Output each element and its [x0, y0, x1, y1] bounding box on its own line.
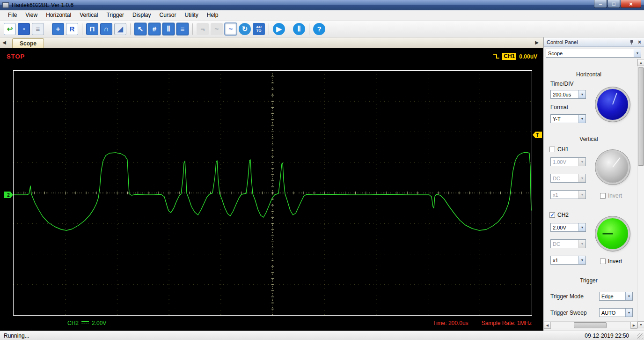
stop-indicator[interactable]: STOP: [7, 53, 25, 60]
menu-item-file[interactable]: File: [4, 10, 21, 20]
trigger-sweep-select[interactable]: AUTO ▼: [599, 308, 633, 317]
status-text: Running...: [4, 333, 585, 339]
ch1-coupling-select: DC ▼: [550, 174, 586, 183]
minimize-button[interactable]: –: [594, 0, 607, 8]
ch1-volts-select: 1.00V ▼: [550, 157, 586, 166]
measure-icon[interactable]: Ⅱ: [162, 23, 175, 35]
chevron-down-icon: ▼: [634, 49, 641, 57]
run-icon[interactable]: ▶: [273, 23, 285, 35]
toolbar: ↩▫≡+RΠ∩◢↖#Ⅱ≡¬~~↻AU TO▶Ⅱ?: [0, 21, 644, 37]
time-div-select[interactable]: 200.0us ▼: [550, 90, 586, 99]
trigger-mode-label: Trigger Mode: [550, 293, 584, 300]
print-icon[interactable]: ≡: [32, 23, 44, 35]
toolbar-separator: [192, 23, 193, 35]
status-datetime: 09-12-2019 22:50: [585, 333, 629, 339]
save-icon[interactable]: ▫: [18, 23, 30, 35]
auto-icon[interactable]: AU TO: [253, 23, 265, 35]
menu-item-horizontal[interactable]: Horizontal: [42, 10, 75, 20]
menu-item-cursor[interactable]: Cursor: [155, 10, 180, 20]
chevron-down-icon: ▼: [578, 256, 585, 264]
trigger-level-marker[interactable]: T: [533, 132, 542, 138]
knob-indicator: [603, 233, 613, 235]
ch2-coupling-select: DC ▼: [550, 239, 586, 248]
resize-grip[interactable]: [637, 333, 644, 340]
time-div-label: Time/DIV: [550, 81, 574, 87]
refresh-icon[interactable]: ↻: [239, 23, 251, 35]
trigger-edge-icon: [493, 53, 499, 59]
grid-icon[interactable]: #: [148, 23, 161, 35]
format-select[interactable]: Y-T ▼: [550, 114, 586, 123]
tab-strip: ◀ Scope ▶: [0, 37, 543, 48]
ch2-position-knob[interactable]: [597, 218, 628, 249]
close-button[interactable]: ×: [621, 0, 641, 8]
ch2-checkbox[interactable]: [549, 212, 555, 218]
ch2-label: CH2: [557, 212, 569, 218]
chevron-down-icon: ▼: [578, 115, 585, 123]
ch2-volts-per-div: 2.00V: [92, 320, 106, 326]
ch2-probe-select[interactable]: x1 ▼: [550, 256, 586, 265]
control-panel-title: Control Panel: [547, 39, 578, 45]
knob-indicator: [612, 157, 621, 168]
ch2-volts-select[interactable]: 2.00V ▼: [550, 223, 586, 232]
step-wave-disabled-icon: ¬: [197, 23, 209, 35]
window-title: Hantek6022BE Ver 1.0.6: [12, 2, 73, 8]
cursor-icon[interactable]: ↖: [134, 23, 146, 35]
trigger-heading: Trigger: [544, 277, 634, 284]
graticule: 2 T: [13, 70, 532, 316]
trigger-mode-select[interactable]: Edge ▼: [599, 292, 633, 301]
display-lines-icon[interactable]: ≡: [176, 23, 189, 35]
control-panel-vscrollbar[interactable]: ▲ ▼: [637, 59, 644, 328]
ch1-position-knob: [597, 152, 628, 183]
menu-item-vertical[interactable]: Vertical: [75, 10, 102, 20]
ch2-ground-marker[interactable]: 2: [4, 192, 13, 198]
square-wave-icon[interactable]: Π: [86, 23, 98, 35]
dc-coupling-icon: [81, 321, 89, 325]
pulse-wave-icon[interactable]: ∩: [100, 23, 112, 35]
scope-display: STOP CH1 0.00uV 2 T CH2 2.00V Time: 200.…: [0, 48, 543, 331]
menu-item-display[interactable]: Display: [128, 10, 155, 20]
menu-item-view[interactable]: View: [21, 10, 42, 20]
autoscale-icon[interactable]: +: [52, 23, 64, 35]
vscroll-thumb[interactable]: [638, 67, 644, 166]
hscroll-thumb[interactable]: [574, 322, 607, 328]
tab-scroll-right-icon[interactable]: ▶: [534, 40, 540, 45]
help-icon[interactable]: ?: [313, 23, 325, 35]
horizontal-position-knob[interactable]: [597, 89, 628, 120]
app-icon: [2, 2, 9, 8]
ch2-invert-checkbox[interactable]: [600, 259, 606, 264]
toolbar-separator: [130, 23, 131, 35]
scroll-left-icon[interactable]: ◀: [544, 322, 551, 329]
menu-item-trigger[interactable]: Trigger: [102, 10, 129, 20]
pin-icon[interactable]: [629, 39, 634, 45]
toolbar-separator: [309, 23, 309, 35]
ch1-probe-select: x1 ▼: [550, 190, 586, 199]
scroll-up-icon[interactable]: ▲: [637, 59, 644, 66]
chevron-down-icon: ▼: [625, 309, 632, 317]
pause-icon[interactable]: Ⅱ: [293, 23, 305, 35]
scroll-right-icon[interactable]: ▶: [630, 322, 637, 329]
reference-wave-icon[interactable]: R: [66, 23, 78, 35]
tab-scope[interactable]: Scope: [12, 38, 44, 48]
control-panel: Control Panel × Scope ▼ Horizontal Time/…: [543, 37, 644, 331]
control-panel-hscrollbar[interactable]: ◀ ▶: [544, 321, 637, 328]
chevron-down-icon: ▼: [578, 240, 585, 248]
load-icon[interactable]: ↩: [4, 23, 16, 35]
menu-item-help[interactable]: Help: [203, 10, 223, 20]
maximize-button[interactable]: □: [607, 0, 620, 8]
chevron-down-icon: ▼: [625, 292, 632, 300]
trigger-level-value: 0.00uV: [519, 53, 537, 60]
ch1-checkbox[interactable]: [549, 147, 555, 152]
chevron-down-icon: ▼: [578, 158, 585, 166]
chevron-down-icon: ▼: [578, 191, 585, 199]
menu-item-utility[interactable]: Utility: [180, 10, 202, 20]
sine-wave-icon[interactable]: ~: [225, 23, 237, 35]
ramp-wave-icon[interactable]: ◢: [114, 23, 126, 35]
waveform-plot: [14, 71, 532, 315]
panel-mode-select[interactable]: Scope ▼: [546, 49, 641, 58]
ch2-scale-readout: CH2 2.00V: [65, 319, 109, 327]
toolbar-separator: [48, 23, 48, 35]
tab-scroll-left-icon[interactable]: ◀: [1, 40, 7, 45]
format-label: Format: [550, 104, 568, 111]
scroll-down-icon[interactable]: ▼: [637, 321, 644, 328]
panel-close-icon[interactable]: ×: [638, 39, 641, 45]
